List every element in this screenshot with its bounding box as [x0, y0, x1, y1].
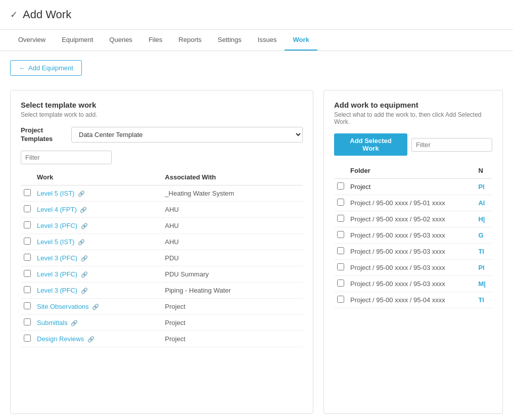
right-checkbox[interactable] — [337, 215, 344, 222]
work-assoc-cell: Project — [162, 298, 303, 314]
work-name-cell[interactable]: Submittals 🔗 — [34, 314, 162, 331]
right-table-row: Project / 95-00 xxxx / 95-03 xxxx Tl — [334, 244, 492, 260]
work-name-cell[interactable]: Site Observations 🔗 — [34, 298, 162, 314]
tab-settings[interactable]: Settings — [210, 30, 250, 51]
project-templates-select[interactable]: Data Center Template — [71, 127, 303, 143]
right-name-cell: G — [475, 227, 492, 244]
page-title: Add Work — [23, 8, 71, 21]
add-equipment-label: Add Equipment — [28, 64, 73, 72]
work-name-cell[interactable]: Level 3 (PFC) 🔗 — [34, 217, 162, 234]
work-checkbox[interactable] — [24, 221, 31, 228]
work-name-cell[interactable]: Level 4 (FPT) 🔗 — [34, 201, 162, 217]
back-arrow-icon: ← — [19, 64, 25, 72]
right-folder-cell: Project / 95-00 xxxx / 95-02 xxxx — [347, 211, 475, 227]
tab-issues[interactable]: Issues — [250, 30, 285, 51]
work-checkbox[interactable] — [24, 254, 31, 261]
right-folder-cell: Project / 95-00 xxxx / 95-03 xxxx — [347, 244, 475, 260]
work-assoc-cell: _Heating Water System — [162, 185, 303, 201]
work-name-cell[interactable]: Level 5 (IST) 🔗 — [34, 185, 162, 201]
right-table-row: Project / 95-00 xxxx / 95-04 xxxx Tl — [334, 292, 492, 308]
name-col-header: N — [475, 163, 492, 179]
right-toolbar: Add Selected Work — [334, 133, 492, 156]
folder-col-header: Folder — [347, 163, 475, 179]
work-checkbox[interactable] — [24, 318, 31, 325]
work-link[interactable]: Level 3 (PFC) — [37, 287, 77, 294]
external-link-icon: 🔗 — [81, 288, 88, 294]
add-equipment-button[interactable]: ← Add Equipment — [10, 60, 82, 76]
tab-overview[interactable]: Overview — [10, 30, 54, 51]
work-link[interactable]: Design Reviews — [37, 335, 84, 343]
add-selected-work-button[interactable]: Add Selected Work — [334, 133, 407, 156]
work-link[interactable]: Level 3 (PFC) — [37, 254, 77, 262]
work-link[interactable]: Site Observations — [37, 303, 89, 310]
work-link[interactable]: Level 3 (PFC) — [37, 270, 77, 278]
right-checkbox[interactable] — [337, 199, 344, 206]
toolbar: ← Add Equipment — [0, 51, 513, 85]
work-checkbox[interactable] — [24, 270, 31, 277]
right-name-cell: Tl — [475, 292, 492, 308]
tab-files[interactable]: Files — [141, 30, 170, 51]
project-templates-label: ProjectTemplates — [21, 126, 66, 144]
right-name-cell: H| — [475, 211, 492, 227]
work-link[interactable]: Level 3 (PFC) — [37, 222, 77, 229]
right-folder-cell: Project / 95-00 xxxx / 95-03 xxxx — [347, 276, 475, 292]
external-link-icon: 🔗 — [71, 320, 78, 326]
right-checkbox[interactable] — [337, 231, 344, 238]
work-checkbox[interactable] — [24, 302, 31, 309]
right-folder-cell: Project / 95-00 xxxx / 95-03 xxxx — [347, 260, 475, 276]
table-row: Level 3 (PFC) 🔗 Piping - Heating Water — [21, 282, 303, 298]
tab-reports[interactable]: Reports — [170, 30, 210, 51]
table-row: Level 3 (PFC) 🔗 PDU — [21, 250, 303, 266]
right-name-cell: M| — [475, 276, 492, 292]
external-link-icon: 🔗 — [92, 304, 99, 310]
right-checkbox[interactable] — [337, 296, 344, 303]
table-row: Level 3 (PFC) 🔗 AHU — [21, 217, 303, 234]
right-checkbox[interactable] — [337, 263, 344, 270]
work-assoc-cell: PDU Summary — [162, 266, 303, 282]
work-link[interactable]: Level 5 (IST) — [37, 190, 74, 197]
external-link-icon: 🔗 — [78, 191, 85, 197]
work-checkbox[interactable] — [24, 335, 31, 342]
work-checkbox[interactable] — [24, 286, 31, 293]
work-name-cell[interactable]: Level 3 (PFC) 🔗 — [34, 250, 162, 266]
external-link-icon: 🔗 — [81, 271, 88, 277]
table-row: Level 3 (PFC) 🔗 PDU Summary — [21, 266, 303, 282]
right-table-row: Project / 95-00 xxxx / 95-02 xxxx H| — [334, 211, 492, 227]
external-link-icon: 🔗 — [78, 239, 85, 245]
work-name-cell[interactable]: Level 3 (PFC) 🔗 — [34, 266, 162, 282]
right-checkbox[interactable] — [337, 279, 344, 287]
table-row: Level 4 (FPT) 🔗 AHU — [21, 201, 303, 217]
right-panel-subtitle: Select what to add the work to, then cli… — [334, 111, 492, 125]
right-checkbox[interactable] — [337, 182, 344, 190]
work-name-cell[interactable]: Design Reviews 🔗 — [34, 331, 162, 347]
work-link[interactable]: Level 5 (IST) — [37, 238, 74, 246]
right-checkbox[interactable] — [337, 247, 344, 254]
right-folder-cell: Project — [347, 179, 475, 195]
work-checkbox[interactable] — [24, 205, 31, 212]
nav-tabs: Overview Equipment Queries Files Reports… — [0, 30, 513, 51]
work-name-cell[interactable]: Level 5 (IST) 🔗 — [34, 234, 162, 250]
tab-queries[interactable]: Queries — [101, 30, 141, 51]
project-templates-row: ProjectTemplates Data Center Template — [21, 126, 303, 144]
tab-work[interactable]: Work — [285, 30, 317, 51]
right-folder-cell: Project / 95-00 xxxx / 95-04 xxxx — [347, 292, 475, 308]
right-name-cell: Al — [475, 195, 492, 211]
right-table-row: Project / 95-00 xxxx / 95-03 xxxx M| — [334, 276, 492, 292]
table-row: Level 5 (IST) 🔗 _Heating Water System — [21, 185, 303, 201]
work-link[interactable]: Submittals — [37, 319, 68, 326]
work-link[interactable]: Level 4 (FPT) — [37, 206, 77, 213]
work-filter-input[interactable] — [21, 151, 112, 164]
work-checkbox[interactable] — [24, 189, 31, 196]
work-col-header: Work — [34, 169, 162, 185]
work-assoc-cell: AHU — [162, 217, 303, 234]
tab-equipment[interactable]: Equipment — [54, 30, 101, 51]
right-name-cell: Tl — [475, 244, 492, 260]
right-folder-cell: Project / 95-00 xxxx / 95-01 xxxx — [347, 195, 475, 211]
right-panel: Add work to equipment Select what to add… — [323, 90, 503, 414]
work-name-cell[interactable]: Level 3 (PFC) 🔗 — [34, 282, 162, 298]
assoc-col-header: Associated With — [162, 169, 303, 185]
work-checkbox[interactable] — [24, 238, 31, 245]
right-filter-input[interactable] — [411, 138, 492, 152]
page-header: ✓ Add Work — [0, 0, 513, 30]
table-row: Site Observations 🔗 Project — [21, 298, 303, 314]
